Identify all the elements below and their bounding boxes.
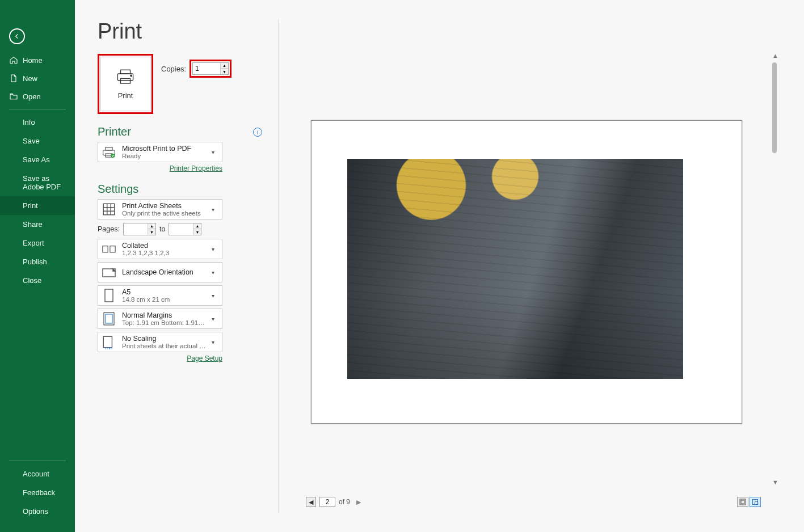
sidebar-item-label: Print (23, 201, 38, 210)
setting-line1: Print Active Sheets (122, 202, 206, 210)
sidebar-item-label: Info (23, 118, 35, 126)
spin-up[interactable]: ▲ (148, 223, 155, 229)
print-preview-panel: ▲ ▼ ◀ of 9 ▶ (289, 19, 781, 513)
svg-rect-26 (105, 289, 113, 302)
scaling-select[interactable]: 100 No ScalingPrint sheets at their actu… (98, 332, 222, 352)
scroll-down-arrow[interactable]: ▼ (772, 479, 778, 485)
pages-to-label: to (159, 225, 165, 233)
sidebar-item-label: Share (23, 220, 43, 229)
settings-heading: Settings (98, 183, 262, 196)
setting-line1: Landscape Orientation (122, 268, 206, 276)
scroll-up-arrow[interactable]: ▲ (772, 52, 778, 59)
page-setup-link[interactable]: Page Setup (98, 354, 222, 362)
svg-rect-15 (106, 147, 112, 150)
sheets-icon (102, 202, 116, 217)
new-file-icon (9, 74, 18, 83)
copies-spin-up[interactable]: ▲ (220, 63, 228, 69)
printer-heading-label: Printer (98, 125, 131, 138)
sidebar-item-publish[interactable]: Publish (0, 252, 75, 271)
backstage-sidebar: Home New Open Info Save Save As Save as … (0, 0, 75, 532)
setting-line2: Top: 1.91 cm Bottom: 1.91 c… (122, 319, 206, 326)
setting-line1: Collated (122, 242, 206, 250)
next-page-button[interactable]: ▶ (353, 497, 364, 507)
orientation-select[interactable]: Landscape Orientation ▾ (98, 262, 222, 282)
sidebar-item-export[interactable]: Export (0, 234, 75, 252)
sidebar-item-open[interactable]: Open (0, 87, 75, 105)
margins-icon (102, 311, 116, 326)
pages-to-input[interactable] (169, 223, 193, 235)
printer-select[interactable]: Microsoft Print to PDF Ready ▾ (98, 142, 222, 162)
sidebar-item-label: Publish (23, 257, 47, 266)
sidebar-item-label: Open (23, 92, 41, 101)
setting-line1: No Scaling (122, 335, 206, 343)
margins-select[interactable]: Normal MarginsTop: 1.91 cm Bottom: 1.91 … (98, 309, 222, 329)
sidebar-item-save[interactable]: Save (0, 132, 75, 150)
preview-image-placeholder (347, 159, 683, 379)
setting-line2: Print sheets at their actual size (122, 343, 206, 349)
chevron-down-icon: ▾ (212, 339, 218, 345)
show-margins-toggle[interactable] (737, 497, 748, 507)
setting-line2: Only print the active sheets (122, 210, 206, 217)
pages-from-input[interactable] (124, 223, 148, 235)
sidebar-item-label: Close (23, 276, 41, 285)
copies-spinner[interactable]: ▲▼ (192, 62, 229, 75)
print-button[interactable]: Print (100, 57, 150, 111)
sidebar-item-label: Feedback (23, 488, 55, 497)
sidebar-item-info[interactable]: Info (0, 113, 75, 132)
copies-spin-down[interactable]: ▼ (220, 69, 228, 74)
prev-page-button[interactable]: ◀ (306, 497, 316, 507)
spin-down[interactable]: ▼ (148, 229, 155, 235)
sidebar-item-options[interactable]: Options (0, 502, 75, 521)
svg-text:100: 100 (104, 346, 112, 349)
sidebar-item-save-adobe-pdf[interactable]: Save as Adobe PDF (0, 169, 75, 196)
zoom-to-page-toggle[interactable] (750, 497, 761, 507)
sidebar-item-feedback[interactable]: Feedback (0, 483, 75, 502)
back-arrow-button[interactable] (9, 28, 25, 44)
scaling-icon: 100 (102, 335, 116, 349)
open-folder-icon (9, 92, 18, 101)
collated-icon (102, 242, 116, 256)
svg-rect-12 (121, 78, 131, 83)
pages-range-row: Pages: ▲▼ to ▲▼ (98, 223, 262, 235)
sidebar-item-label: Account (23, 470, 49, 478)
pages-to-spinner[interactable]: ▲▼ (169, 223, 201, 235)
sidebar-item-close[interactable]: Close (0, 271, 75, 290)
preview-scrollbar[interactable]: ▲ ▼ (772, 59, 778, 479)
printer-properties-link[interactable]: Printer Properties (98, 164, 222, 172)
paper-size-select[interactable]: A514.8 cm x 21 cm ▾ (98, 285, 222, 306)
setting-line1: A5 (122, 288, 206, 296)
sidebar-item-label: Save (23, 137, 40, 145)
spin-down[interactable]: ▼ (193, 229, 201, 235)
sidebar-item-new[interactable]: New (0, 69, 75, 87)
sidebar-item-label: Options (23, 507, 48, 516)
copies-input[interactable] (193, 63, 220, 74)
setting-line2: 14.8 cm x 21 cm (122, 296, 206, 303)
current-page-input[interactable] (319, 497, 335, 507)
svg-rect-23 (103, 246, 108, 252)
sidebar-item-share[interactable]: Share (0, 215, 75, 234)
sidebar-divider (9, 109, 66, 109)
print-button-label: Print (118, 91, 133, 100)
home-icon (9, 56, 18, 65)
svg-point-13 (131, 75, 132, 77)
copies-label: Copies: (161, 65, 186, 73)
sidebar-item-print[interactable]: Print (0, 196, 75, 215)
sidebar-item-account[interactable]: Account (0, 465, 75, 483)
preview-page (311, 120, 742, 424)
pages-label: Pages: (98, 225, 120, 233)
svg-rect-32 (741, 500, 744, 504)
printer-icon (116, 69, 135, 86)
chevron-down-icon: ▾ (212, 149, 218, 155)
page-icon (102, 288, 116, 303)
print-what-select[interactable]: Print Active SheetsOnly print the active… (98, 199, 222, 219)
preview-page-nav: ◀ of 9 ▶ (306, 497, 364, 507)
scroll-thumb[interactable] (772, 62, 777, 153)
printer-info-icon[interactable]: i (253, 128, 262, 137)
collation-select[interactable]: Collated1,2,3 1,2,3 1,2,3 ▾ (98, 239, 222, 259)
sidebar-item-save-as[interactable]: Save As (0, 150, 75, 169)
spin-up[interactable]: ▲ (193, 223, 201, 229)
pages-from-spinner[interactable]: ▲▼ (123, 223, 156, 235)
total-pages-label: of 9 (339, 498, 350, 506)
svg-rect-28 (106, 314, 112, 323)
sidebar-item-home[interactable]: Home (0, 51, 75, 69)
